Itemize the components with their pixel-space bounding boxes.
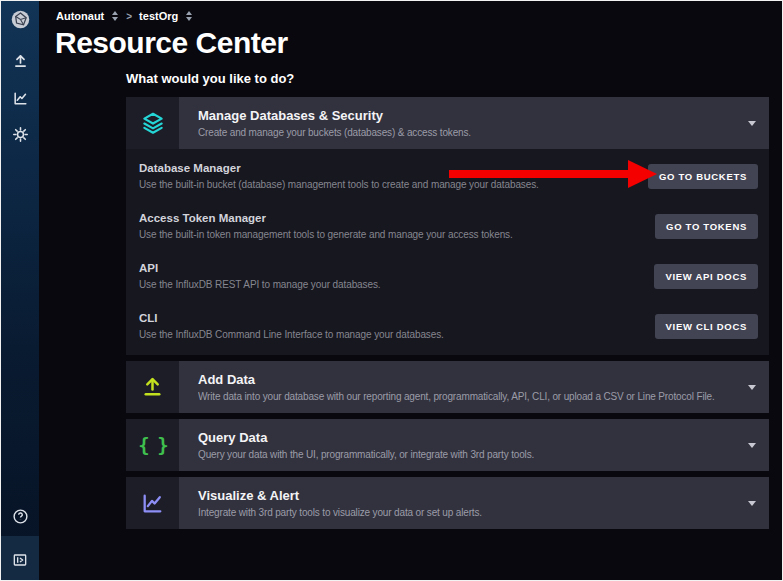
card-title: Manage Databases & Security	[198, 108, 755, 123]
row-description: Use the InfluxDB Command Line Interface …	[139, 329, 444, 340]
line-chart-icon	[12, 90, 29, 107]
app-window: Autonaut > testOrg Resource Center What …	[0, 0, 783, 581]
card-visualize-alert-header[interactable]: Visualize & Alert Integrate with 3rd par…	[126, 477, 769, 529]
card-manage-databases-header[interactable]: Manage Databases & Security Create and m…	[126, 97, 769, 149]
card-header-band: Add Data Write data into your database w…	[179, 361, 769, 413]
row-description: Use the built-in bucket (database) manag…	[139, 179, 539, 190]
card-description: Write data into your database with our r…	[198, 391, 755, 402]
curly-braces-icon: { }	[126, 419, 179, 471]
card-header-band: Manage Databases & Security Create and m…	[179, 97, 769, 149]
breadcrumb-separator: >	[126, 11, 132, 22]
sidebar-item-settings[interactable]	[1, 119, 39, 149]
breadcrumb: Autonaut > testOrg	[56, 10, 193, 22]
bucket-switcher-icon[interactable]	[185, 10, 193, 22]
question-mark-icon	[12, 508, 29, 525]
card-add-data: Add Data Write data into your database w…	[126, 361, 769, 413]
card-header-band: Visualize & Alert Integrate with 3rd par…	[179, 477, 769, 529]
card-query-data: { } Query Data Query your data with the …	[126, 419, 769, 471]
card-description: Create and manage your buckets (database…	[198, 127, 755, 138]
row-title: CLI	[139, 312, 444, 324]
panel-toggle-icon	[12, 552, 28, 568]
chevron-down-icon[interactable]	[748, 121, 756, 126]
card-description: Integrate with 3rd party tools to visual…	[198, 507, 755, 518]
view-api-docs-button[interactable]: VIEW API DOCS	[654, 264, 758, 289]
row-title: API	[139, 262, 381, 274]
influxdb-logo-icon	[10, 9, 31, 30]
row-description: Use the built-in token management tools …	[139, 229, 513, 240]
chevron-down-icon[interactable]	[748, 501, 756, 506]
breadcrumb-org[interactable]: Autonaut	[56, 10, 104, 22]
card-title: Query Data	[198, 430, 755, 445]
influxdb-logo[interactable]	[1, 1, 39, 37]
layers-icon	[126, 97, 179, 149]
sidebar	[1, 1, 39, 580]
card-title: Add Data	[198, 372, 755, 387]
main-content: Autonaut > testOrg Resource Center What …	[39, 1, 782, 580]
org-switcher-icon[interactable]	[111, 10, 119, 22]
row-description: Use the InfluxDB REST API to manage your…	[139, 279, 381, 290]
row-title: Access Token Manager	[139, 212, 513, 224]
chevron-down-icon[interactable]	[748, 385, 756, 390]
card-description: Query your data with the UI, programmati…	[198, 449, 755, 460]
line-chart-icon	[126, 477, 179, 529]
upload-icon	[126, 361, 179, 413]
sidebar-item-toggle-navigation[interactable]	[1, 545, 39, 575]
resource-cards: Manage Databases & Security Create and m…	[126, 97, 769, 535]
go-to-tokens-button[interactable]: GO TO TOKENS	[655, 214, 758, 239]
card-manage-databases: Manage Databases & Security Create and m…	[126, 97, 769, 355]
go-to-buckets-button[interactable]: GO TO BUCKETS	[648, 164, 758, 189]
page-title: Resource Center	[55, 26, 288, 60]
sidebar-item-data-explorer[interactable]	[1, 83, 39, 113]
breadcrumb-bucket[interactable]: testOrg	[139, 10, 178, 22]
annotation-arrow-shaft	[449, 170, 629, 178]
upload-icon	[12, 53, 29, 70]
sidebar-item-help[interactable]	[1, 501, 39, 531]
gear-icon	[12, 126, 29, 143]
card-header-band: Query Data Query your data with the UI, …	[179, 419, 769, 471]
chevron-down-icon[interactable]	[748, 443, 756, 448]
row-access-token-manager: Access Token Manager Use the built-in to…	[139, 201, 758, 251]
view-cli-docs-button[interactable]: VIEW CLI DOCS	[655, 314, 758, 339]
annotation-arrow-head	[628, 160, 657, 188]
card-title: Visualize & Alert	[198, 488, 755, 503]
row-api: API Use the InfluxDB REST API to manage …	[139, 251, 758, 301]
card-body: Database Manager Use the built-in bucket…	[126, 149, 769, 355]
card-visualize-alert: Visualize & Alert Integrate with 3rd par…	[126, 477, 769, 529]
card-query-data-header[interactable]: { } Query Data Query your data with the …	[126, 419, 769, 471]
card-add-data-header[interactable]: Add Data Write data into your database w…	[126, 361, 769, 413]
row-cli: CLI Use the InfluxDB Command Line Interf…	[139, 301, 758, 351]
sidebar-item-upload-data[interactable]	[1, 46, 39, 76]
page-prompt: What would you like to do?	[126, 71, 294, 86]
